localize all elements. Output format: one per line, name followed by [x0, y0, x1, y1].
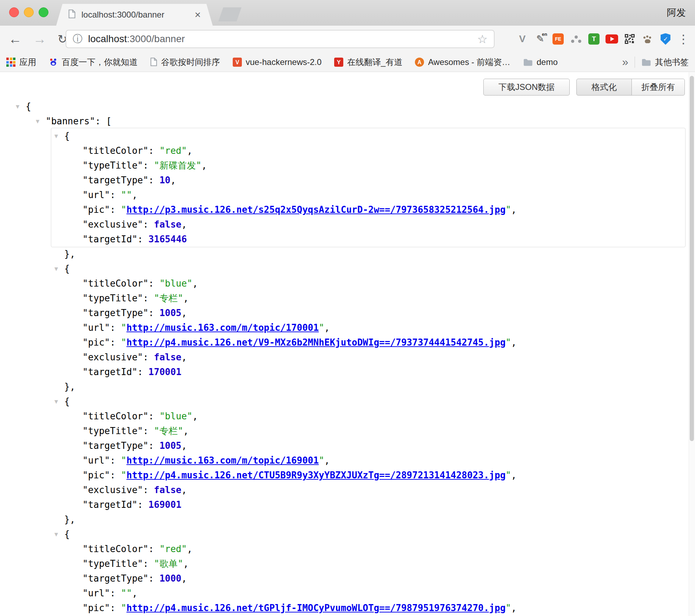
json-key: "typeTitle": [82, 426, 143, 436]
paw-extension-icon[interactable]: [640, 31, 655, 47]
json-row: "exclusive": false,: [0, 217, 688, 232]
json-punctuation: ,: [181, 219, 187, 230]
json-link[interactable]: http://p4.music.126.net/CTU5B9R9y3XyYBZX…: [126, 470, 505, 480]
t-glyph: T: [588, 33, 600, 45]
back-button[interactable]: ←: [8, 32, 22, 46]
json-punctuation: :: [138, 234, 148, 244]
json-row: "typeTitle": "新碟首发",: [0, 158, 688, 173]
json-punctuation: {: [64, 396, 70, 407]
json-number-value: 3165446: [148, 234, 187, 244]
json-punctuation: :: [148, 544, 159, 554]
json-link[interactable]: http://p4.music.126.net/V9-MXz6b2MNhEKju…: [126, 337, 505, 348]
bookmark-item-apps[interactable]: 应用: [6, 57, 36, 68]
bookmark-item-awesomes[interactable]: A Awesomes - 前端资…: [415, 57, 510, 68]
bookmark-item-vue-hackernews[interactable]: V vue-hackernews-2.0: [233, 57, 322, 67]
forward-button[interactable]: →: [33, 32, 46, 46]
json-punctuation: ,: [181, 352, 187, 362]
org-chart-extension-icon[interactable]: [569, 31, 583, 47]
format-button[interactable]: 格式化: [576, 79, 632, 96]
bookmark-label: vue-hackernews-2.0: [246, 57, 322, 67]
qr-code-extension-icon[interactable]: [622, 31, 637, 47]
download-json-button[interactable]: 下载JSON数据: [483, 79, 570, 96]
bookmark-label: demo: [537, 57, 558, 67]
json-quote: ": [505, 337, 511, 348]
vimium-extension-icon[interactable]: V: [515, 31, 530, 47]
json-row: "url": "",: [0, 188, 688, 202]
json-quote: ": [505, 204, 511, 215]
scrollbar-thumb[interactable]: [690, 76, 694, 441]
collapse-all-button[interactable]: 折叠所有: [631, 79, 685, 96]
json-punctuation: :: [148, 308, 159, 318]
translate-extension-icon[interactable]: ✎en: [533, 31, 548, 47]
json-string-value: "": [121, 190, 132, 200]
tab-close-icon[interactable]: ×: [194, 9, 201, 20]
youtube-extension-icon[interactable]: [604, 31, 619, 47]
other-bookmarks-button[interactable]: 其他书签: [641, 57, 689, 68]
json-key: "url": [82, 455, 110, 466]
svg-text:Y: Y: [337, 59, 341, 65]
baidu-icon: [49, 58, 58, 67]
json-key: "pic": [82, 603, 110, 613]
json-string-value: "新碟首发": [154, 160, 201, 171]
json-punctuation: ,: [181, 573, 187, 584]
json-collapse-triangle-icon[interactable]: ▼: [54, 129, 58, 143]
json-key: "titleColor": [82, 544, 148, 554]
json-punctuation: ,: [324, 322, 330, 333]
json-row: ▼{: [0, 527, 688, 542]
json-row: "targetId": 170001: [0, 365, 688, 379]
json-link[interactable]: http://music.163.com/m/topic/170001: [126, 322, 319, 333]
json-row: "targetType": 10,: [0, 173, 688, 188]
json-punctuation: :: [110, 322, 121, 333]
new-tab-button[interactable]: [218, 7, 241, 21]
json-punctuation: :: [110, 588, 121, 598]
json-collapse-triangle-icon[interactable]: ▼: [54, 527, 58, 542]
json-collapse-triangle-icon[interactable]: ▼: [54, 261, 58, 276]
scrollbar-track[interactable]: [689, 72, 695, 616]
browser-menu-button[interactable]: ⋮: [676, 31, 691, 47]
shield-check-extension-icon[interactable]: ✓: [658, 31, 673, 47]
bookmark-item-baidu[interactable]: 百度一下，你就知道: [49, 57, 138, 68]
json-row: "url": "http://music.163.com/m/topic/170…: [0, 320, 688, 335]
url-path: :3000/banner: [127, 33, 185, 44]
json-row: "exclusive": false,: [0, 350, 688, 365]
window-close-button[interactable]: [9, 7, 19, 17]
json-collapse-triangle-icon[interactable]: ▼: [54, 394, 58, 409]
json-punctuation: },: [64, 249, 75, 259]
json-punctuation: },: [64, 514, 75, 525]
page-favicon-icon: [68, 9, 76, 20]
json-link[interactable]: http://music.163.com/m/topic/169001: [126, 455, 319, 466]
json-boolean-value: false: [154, 352, 181, 362]
json-boolean-value: false: [154, 219, 181, 230]
window-zoom-button[interactable]: [39, 7, 48, 17]
profile-name[interactable]: 阿发: [667, 6, 686, 19]
json-key: "targetType": [82, 308, 148, 318]
json-collapse-triangle-icon[interactable]: ▼: [16, 99, 19, 114]
fe-extension-icon[interactable]: FE: [551, 31, 565, 47]
json-link[interactable]: http://p3.music.126.net/s25q2x5QyqsAzilC…: [126, 204, 505, 215]
json-collapse-triangle-icon[interactable]: ▼: [36, 114, 39, 129]
window-controls: [9, 7, 48, 17]
window-minimize-button[interactable]: [24, 7, 34, 17]
json-key: "titleColor": [82, 145, 148, 156]
play-icon: [605, 34, 618, 44]
address-bar[interactable]: ⓘ localhost:3000/banner ☆: [66, 30, 495, 48]
bookmark-item-youdao[interactable]: Y 在线翻译_有道: [334, 57, 402, 68]
tab-title: localhost:3000/banner: [81, 10, 189, 20]
json-key: "pic": [82, 337, 110, 348]
bookmark-item-google-sort[interactable]: 谷歌按时间排序: [150, 57, 220, 68]
json-punctuation: :: [143, 485, 154, 495]
bookmark-label: 应用: [19, 57, 36, 68]
json-punctuation: :: [110, 204, 121, 215]
format-collapse-button-group: 格式化 折叠所有: [576, 79, 685, 96]
bookmark-star-icon[interactable]: ☆: [477, 32, 488, 46]
json-row: ▼{: [0, 129, 688, 143]
json-key: "titleColor": [82, 411, 148, 421]
json-link[interactable]: http://p4.music.126.net/tGPljf-IMOCyPvum…: [126, 603, 505, 613]
info-icon[interactable]: ⓘ: [73, 32, 82, 46]
bookmarks-overflow-button[interactable]: »: [622, 55, 628, 68]
json-punctuation: :: [138, 499, 148, 510]
bookmark-item-demo-folder[interactable]: demo: [523, 57, 558, 67]
json-key: "url": [82, 322, 110, 333]
green-t-shield-extension-icon[interactable]: T: [587, 31, 601, 47]
browser-tab[interactable]: localhost:3000/banner ×: [56, 4, 213, 26]
